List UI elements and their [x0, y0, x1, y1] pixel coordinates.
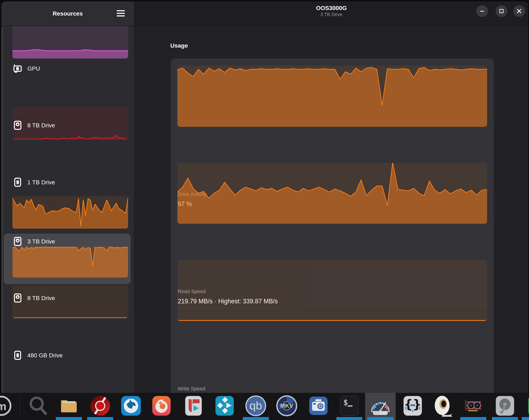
page-title: OOS3000G	[134, 4, 528, 12]
write-speed-chart	[177, 260, 487, 321]
screenshot-camera-icon[interactable]	[303, 393, 334, 420]
sidebar-item-label: 480 GB Drive	[27, 352, 63, 359]
running-indicator	[87, 417, 113, 420]
sidebar-device-list: GPU 8 TB Drive	[1, 26, 134, 420]
hdd-icon	[13, 120, 23, 131]
sidebar-8tb-drive-1-chart[interactable]	[13, 196, 128, 229]
maximize-icon	[499, 9, 504, 14]
minimize-button[interactable]	[476, 5, 488, 17]
svg-text:qb: qb	[250, 399, 262, 412]
green-app-icon-partial[interactable]	[519, 393, 529, 420]
ssd-icon	[13, 350, 23, 360]
sidebar-item-label: 8 TB Drive	[27, 295, 55, 302]
window-titlebar: OOS3000G 3 TB Drive	[134, 4, 528, 18]
maximize-button[interactable]	[496, 5, 507, 17]
sidebar-3tb-drive-chart	[13, 246, 128, 277]
search-icon[interactable]	[23, 393, 54, 420]
kodi-icon[interactable]	[209, 393, 240, 420]
svg-text:m: m	[0, 400, 6, 413]
dock-separator	[20, 394, 20, 418]
sidebar-item-label: GPU	[27, 65, 40, 72]
drive-activity-chart	[177, 66, 487, 127]
file-manager-icon[interactable]	[54, 393, 84, 420]
minimize-icon	[479, 9, 485, 14]
svg-text:{}: {}	[404, 397, 421, 411]
linux-mint-menu-icon[interactable]: m	[0, 393, 17, 420]
terminal-icon[interactable]: $	[334, 393, 365, 420]
svg-text:$: $	[343, 398, 348, 407]
tape-roll-app-icon[interactable]	[428, 393, 458, 420]
sidebar-memory-chart-partial[interactable]	[13, 26, 128, 58]
curly-braces-app-icon[interactable]: {}	[397, 393, 428, 420]
ssd-icon	[13, 177, 23, 187]
running-indicator	[336, 417, 362, 420]
qbittorrent-icon[interactable]: qb	[240, 393, 271, 420]
page-subtitle: 3 TB Drive	[134, 12, 528, 18]
librewolf-icon[interactable]	[116, 393, 146, 420]
usage-section-title: Usage	[170, 42, 188, 49]
write-speed-label: Write Speed	[178, 386, 205, 392]
sidebar-item-gpu[interactable]: GPU	[13, 63, 40, 74]
makemkv-icon[interactable]: MKV	[272, 393, 302, 420]
running-indicator	[492, 417, 518, 420]
disks-app-icon[interactable]	[490, 393, 520, 420]
resources-app-window: Resources	[1, 1, 528, 420]
sidebar-headerbar: Resources	[1, 1, 134, 26]
sidebar-item-label: 3 TB Drive	[27, 238, 55, 245]
hdd-icon	[13, 293, 23, 303]
close-button[interactable]	[513, 5, 525, 17]
running-indicator	[522, 417, 529, 420]
gpu-icon	[13, 63, 23, 74]
sidebar: Resources	[1, 1, 134, 420]
usage-card: Drive Activity 97 % Read Speed 219.79 MB…	[171, 58, 494, 420]
hdd-icon	[13, 236, 23, 247]
close-icon	[516, 9, 522, 14]
sidebar-item-3tb-drive-selected[interactable]: 3 TB Drive	[4, 234, 131, 284]
running-indicator	[56, 417, 82, 420]
read-speed-chart	[177, 163, 487, 224]
resources-gauge-icon[interactable]	[365, 393, 396, 420]
sidebar-item-label: 8 TB Drive	[27, 122, 55, 129]
running-indicator	[367, 417, 393, 420]
sidebar-item-1tb-drive[interactable]: 1 TB Drive	[13, 177, 55, 188]
hamburger-menu-icon[interactable]	[117, 10, 125, 17]
running-indicator	[243, 417, 269, 420]
firefox-icon[interactable]	[146, 393, 177, 420]
sidebar-item-3tb-row: 3 TB Drive	[13, 236, 55, 247]
sidebar-title: Resources	[53, 10, 83, 17]
sidebar-scrollbar[interactable]	[2, 27, 3, 419]
sidebar-item-label: 1 TB Drive	[27, 179, 55, 186]
taskbar-dock: m	[0, 393, 529, 420]
gpu-monitor-icon[interactable]	[458, 393, 489, 420]
main-view: OOS3000G 3 TB Drive Usage Drive Activity…	[134, 1, 528, 420]
sidebar-item-8tb-drive-1[interactable]: 8 TB Drive	[13, 120, 55, 131]
red-browser-icon[interactable]	[85, 393, 115, 420]
svg-text:MKV: MKV	[280, 402, 293, 409]
freetube-icon[interactable]	[178, 393, 209, 420]
main-headerbar: OOS3000G 3 TB Drive	[134, 1, 528, 26]
sidebar-item-480gb-drive[interactable]: 480 GB Drive	[13, 350, 63, 361]
sidebar-item-8tb-drive-2[interactable]: 8 TB Drive	[13, 293, 55, 303]
running-indicator	[460, 417, 486, 420]
